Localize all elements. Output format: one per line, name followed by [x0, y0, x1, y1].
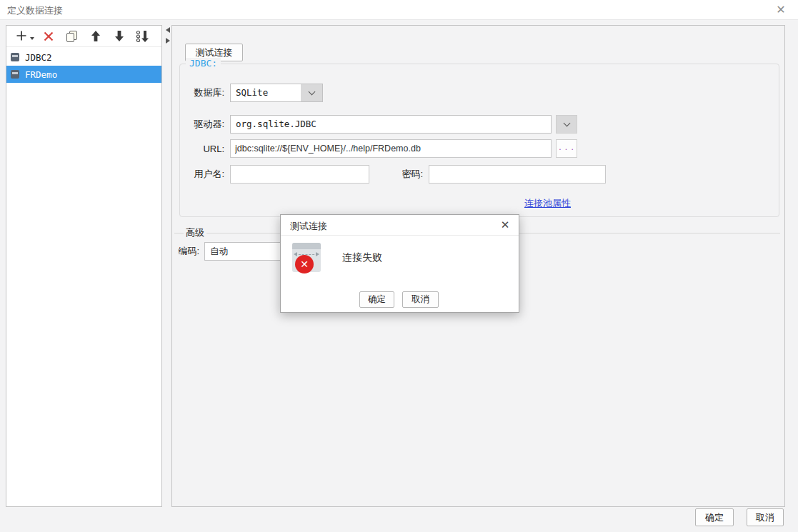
titlebar: 定义数据连接 ✕: [0, 0, 798, 20]
connection-pool-link[interactable]: 连接池属性: [524, 197, 571, 210]
dialog-ok-button[interactable]: 确定: [359, 291, 394, 308]
collapse-right-icon[interactable]: [166, 38, 170, 44]
define-data-connection-dialog: 定义数据连接 ✕: [0, 0, 798, 532]
move-down-icon: [114, 30, 125, 42]
add-dropdown-arrow-icon: [30, 37, 34, 40]
dialog-cancel-button[interactable]: 取消: [402, 291, 439, 308]
dialog-title: 测试连接: [290, 220, 327, 233]
advanced-title: 高级: [184, 226, 206, 239]
mini-titlebar: [292, 243, 321, 249]
jdbc-group-title: JDBC:: [186, 58, 221, 69]
connection-list-panel: JDBC2 FRDemo: [6, 25, 162, 507]
cancel-button[interactable]: 取消: [747, 508, 784, 526]
username-label: 用户名:: [180, 168, 224, 181]
password-label: 密码:: [394, 168, 423, 181]
driver-input[interactable]: org.sqlite.JDBC: [230, 115, 552, 134]
connection-list: JDBC2 FRDemo: [6, 47, 161, 83]
dialog-close-icon[interactable]: ✕: [499, 219, 512, 231]
connection-toolbar: [6, 26, 161, 47]
database-value: SQLite: [231, 84, 301, 101]
list-item-frdemo[interactable]: FRDemo: [6, 66, 161, 83]
error-badge-icon: ✕: [295, 255, 314, 273]
separator-line: [174, 233, 184, 234]
url-label: URL:: [180, 144, 224, 154]
delete-icon: [43, 31, 54, 42]
jdbc-group: JDBC: 数据库: SQLite 驱动器: org.sqlite.JDBC U…: [179, 64, 779, 217]
list-item-jdbc2[interactable]: JDBC2: [6, 49, 161, 66]
dialog-titlebar: 测试连接 ✕: [281, 215, 519, 236]
driver-label: 驱动器:: [180, 118, 224, 131]
window-title: 定义数据连接: [7, 4, 63, 17]
add-connection-button[interactable]: [13, 28, 36, 45]
database-select[interactable]: SQLite: [230, 84, 323, 102]
move-up-icon: [90, 30, 101, 42]
driver-dropdown-button[interactable]: [556, 115, 577, 134]
browse-button[interactable]: . . .: [556, 139, 577, 158]
collapse-left-icon[interactable]: [166, 27, 170, 33]
username-input[interactable]: [230, 165, 369, 184]
dialog-message: 连接失败: [342, 251, 382, 264]
chevron-down-icon[interactable]: [301, 84, 322, 101]
driver-value: org.sqlite.JDBC: [231, 116, 551, 133]
connection-icon: [11, 53, 19, 61]
list-item-label: FRDemo: [25, 69, 57, 80]
url-input[interactable]: [230, 139, 552, 158]
sort-icon: [136, 30, 150, 43]
list-item-label: JDBC2: [25, 52, 52, 63]
delete-connection-button[interactable]: [36, 28, 60, 45]
copy-icon: [65, 30, 79, 43]
encoding-label: 编码:: [174, 245, 199, 258]
window-close-icon[interactable]: ✕: [774, 3, 788, 17]
copy-connection-button[interactable]: [60, 28, 84, 45]
sort-button[interactable]: [131, 28, 154, 45]
ok-button[interactable]: 确定: [695, 508, 734, 526]
password-input[interactable]: [429, 165, 606, 184]
connection-icon: [11, 70, 19, 79]
move-down-button[interactable]: [107, 28, 131, 45]
add-icon: [16, 30, 29, 43]
chevron-down-icon: [563, 120, 570, 127]
test-connection-dialog: 测试连接 ✕ ✕ 连接失败 确定 取消: [280, 214, 519, 313]
move-up-button[interactable]: [84, 28, 107, 45]
database-label: 数据库:: [180, 86, 224, 99]
